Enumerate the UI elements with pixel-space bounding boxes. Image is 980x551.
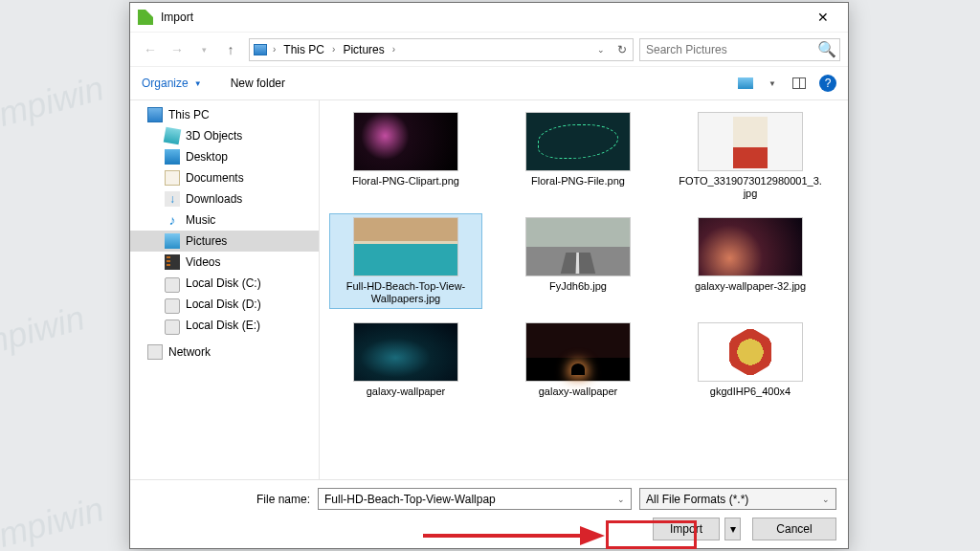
- view-mode-dropdown[interactable]: ▼: [760, 73, 785, 94]
- tree-videos[interactable]: Videos: [130, 252, 319, 273]
- import-dropdown-button[interactable]: ▾: [724, 518, 741, 540]
- organize-button[interactable]: Organize ▼: [142, 77, 202, 90]
- breadcrumb-folder[interactable]: Pictures: [337, 43, 390, 56]
- file-pane: Floral-PNG-Clipart.pngFloral-PNG-File.pn…: [320, 100, 848, 479]
- dialog-footer: File name: Full-HD-Beach-Top-View-Wallpa…: [130, 479, 848, 548]
- thumbnail-image: [353, 322, 458, 382]
- preview-pane-button[interactable]: [787, 73, 812, 94]
- tree-documents[interactable]: Documents: [130, 167, 319, 188]
- cancel-button[interactable]: Cancel: [752, 518, 836, 540]
- address-history-dropdown[interactable]: ⌄: [590, 45, 612, 55]
- tree-this-pc[interactable]: This PC: [130, 104, 319, 125]
- breadcrumb-root[interactable]: This PC: [278, 43, 330, 56]
- file-thumb[interactable]: Floral-PNG-File.png: [501, 108, 655, 204]
- tree-label: Local Disk (E:): [186, 319, 260, 332]
- filename-value: Full-HD-Beach-Top-View-Wallpap: [324, 493, 496, 506]
- file-thumb[interactable]: Floral-PNG-Clipart.png: [329, 108, 482, 204]
- thumbnail-image: [525, 112, 631, 171]
- tree-label: Desktop: [186, 150, 228, 164]
- filename-label: File name:: [256, 493, 310, 506]
- disk-icon: [165, 298, 180, 314]
- disk-icon: [165, 277, 180, 293]
- search-icon[interactable]: 🔍: [814, 40, 839, 58]
- nav-row: ← → ▾ ↑ › This PC › Pictures › ⌄ ↻ 🔍: [130, 32, 848, 66]
- file-name: Full-HD-Beach-Top-View-Wallpapers.jpg: [334, 280, 478, 305]
- file-thumb[interactable]: galaxy-wallpaper-32.jpg: [674, 213, 827, 309]
- tree-label: Videos: [186, 255, 220, 269]
- file-name: galaxy-wallpaper: [539, 386, 618, 398]
- nav-back-button[interactable]: ←: [138, 38, 163, 61]
- disk-icon: [165, 320, 180, 335]
- address-bar[interactable]: › This PC › Pictures › ⌄ ↻: [249, 38, 634, 61]
- app-icon: [138, 10, 153, 25]
- videos-icon: [165, 254, 180, 270]
- tree-local-disk-e[interactable]: Local Disk (E:): [130, 315, 319, 336]
- thumbnail-image: [698, 112, 803, 171]
- tree-local-disk-c[interactable]: Local Disk (C:): [130, 273, 319, 294]
- filename-input[interactable]: Full-HD-Beach-Top-View-Wallpap ⌄: [318, 488, 632, 510]
- pc-icon[interactable]: [250, 44, 271, 55]
- chevron-down-icon[interactable]: ⌄: [617, 495, 625, 504]
- file-thumb[interactable]: gkgdIHP6_400x4: [674, 319, 827, 402]
- cube-icon: [164, 127, 182, 145]
- search-input[interactable]: [640, 43, 814, 56]
- tree-network[interactable]: Network: [130, 342, 319, 363]
- desktop-icon: [165, 149, 180, 165]
- file-thumb[interactable]: galaxy-wallpaper: [501, 319, 655, 402]
- tree-desktop[interactable]: Desktop: [130, 146, 319, 167]
- tree-3d-objects[interactable]: 3D Objects: [130, 125, 319, 146]
- new-folder-button[interactable]: New folder: [231, 77, 285, 90]
- chevron-right-icon[interactable]: ›: [390, 44, 397, 55]
- file-thumb[interactable]: galaxy-wallpaper: [329, 319, 482, 402]
- import-button[interactable]: Import: [653, 518, 720, 540]
- thumbnail-image: [525, 322, 631, 382]
- tree-label: Music: [186, 213, 215, 227]
- chevron-right-icon[interactable]: ›: [271, 44, 278, 55]
- toolbar: Organize ▼ New folder ▼ ?: [130, 66, 848, 100]
- view-mode-button[interactable]: [733, 73, 758, 94]
- nav-tree: This PC 3D Objects Desktop Documents Dow…: [130, 100, 320, 479]
- thumbnail-image: [525, 217, 631, 276]
- file-name: galaxy-wallpaper-32.jpg: [695, 280, 806, 293]
- tree-downloads[interactable]: Downloads: [130, 188, 319, 209]
- file-name: galaxy-wallpaper: [367, 386, 446, 398]
- tree-label: Local Disk (C:): [186, 276, 261, 290]
- titlebar: Import ✕: [130, 3, 848, 32]
- file-name: Floral-PNG-File.png: [531, 175, 625, 187]
- file-thumb[interactable]: FOTO_3319073012980001_3.jpg: [674, 108, 827, 204]
- import-dialog: Import ✕ ← → ▾ ↑ › This PC › Pictures › …: [129, 2, 849, 549]
- file-name: FyJdh6b.jpg: [549, 280, 607, 293]
- pc-icon: [147, 107, 163, 122]
- music-icon: ♪: [165, 212, 180, 228]
- file-type-filter[interactable]: All File Formats (*.*) ⌄: [639, 488, 836, 510]
- search-box[interactable]: 🔍: [639, 38, 840, 61]
- nav-recent-dropdown[interactable]: ▾: [191, 38, 216, 61]
- chevron-down-icon[interactable]: ⌄: [822, 495, 830, 504]
- refresh-button[interactable]: ↻: [612, 43, 633, 56]
- tree-label: Pictures: [186, 234, 227, 248]
- tree-local-disk-d[interactable]: Local Disk (D:): [130, 294, 319, 315]
- thumbnail-image: [353, 217, 458, 276]
- tree-label: Network: [168, 345, 211, 359]
- file-name: Floral-PNG-Clipart.png: [352, 175, 459, 187]
- thumbnail-image: [353, 112, 458, 171]
- close-button[interactable]: ✕: [801, 4, 844, 31]
- file-name: FOTO_3319073012980001_3.jpg: [679, 175, 822, 200]
- button-row: Import ▾ Cancel: [142, 518, 836, 540]
- organize-label: Organize: [142, 77, 189, 90]
- chevron-right-icon[interactable]: ›: [330, 44, 337, 55]
- tree-music[interactable]: ♪Music: [130, 209, 319, 231]
- nav-up-button[interactable]: ↑: [218, 38, 243, 61]
- network-icon: [147, 344, 163, 360]
- thumbnail-image: [698, 217, 803, 276]
- tree-pictures[interactable]: Pictures: [130, 231, 319, 252]
- dialog-body: This PC 3D Objects Desktop Documents Dow…: [130, 100, 848, 479]
- downloads-icon: [165, 191, 180, 207]
- pictures-icon: [165, 233, 180, 249]
- file-thumb[interactable]: Full-HD-Beach-Top-View-Wallpapers.jpg: [329, 213, 482, 309]
- nav-forward-button[interactable]: →: [165, 38, 189, 61]
- tree-label: 3D Objects: [186, 129, 242, 143]
- help-button[interactable]: ?: [819, 75, 836, 92]
- chevron-down-icon: ▼: [194, 79, 202, 88]
- file-thumb[interactable]: FyJdh6b.jpg: [501, 213, 655, 309]
